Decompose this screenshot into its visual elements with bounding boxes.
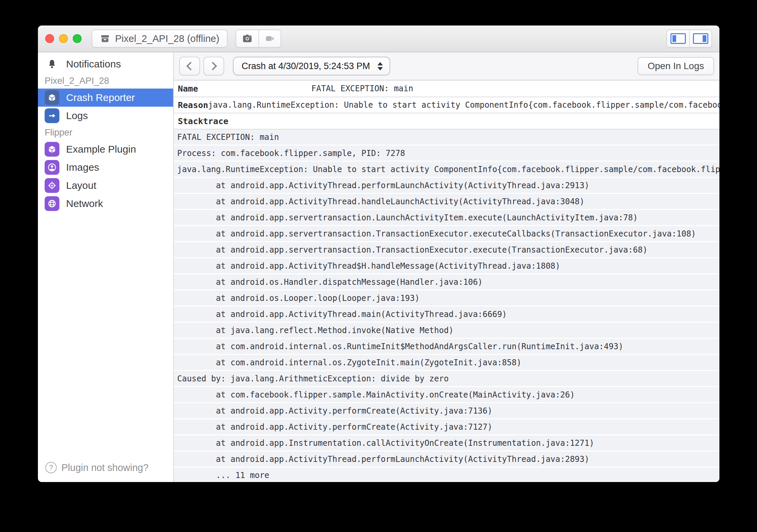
screen-record-button[interactable] — [258, 30, 281, 47]
chevron-left-icon — [186, 62, 195, 70]
flipper-window: Pixel_2_API_28 (offline) — [38, 25, 719, 482]
sidebar-item-label: Network — [66, 198, 103, 209]
crash-name-row[interactable]: Name FATAL EXCEPTION: main — [174, 81, 719, 97]
crash-reporter-panel: Crash at 4/30/2019, 5:24:53 PM Open In L… — [174, 52, 719, 482]
crash-toolbar: Crash at 4/30/2019, 5:24:53 PM Open In L… — [174, 52, 719, 81]
crash-selector-value: Crash at 4/30/2019, 5:24:53 PM — [242, 61, 370, 71]
crash-reason-value: java.lang.RuntimeException: Unable to st… — [208, 100, 719, 110]
sidebar-item-label: Crash Reporter — [66, 92, 135, 103]
sidebar-item-layout[interactable]: Layout — [38, 176, 173, 195]
stacktrace-line[interactable]: ... 11 more — [174, 468, 719, 482]
next-crash-button[interactable] — [203, 57, 224, 75]
stacktrace-line[interactable]: at com.facebook.flipper.sample.MainActiv… — [174, 387, 719, 402]
stacktrace-line[interactable]: at android.os.Handler.dispatchMessage(Ha… — [174, 274, 719, 289]
stacktrace-line[interactable]: at android.app.ActivityThread.handleLaun… — [174, 194, 719, 209]
stacktrace-line[interactable]: at android.app.Activity.performCreate(Ac… — [174, 419, 719, 434]
stacktrace-line[interactable]: Process: com.facebook.flipper.sample, PI… — [174, 146, 719, 161]
crash-reporter-cube-icon — [45, 90, 59, 105]
video-camera-icon — [264, 33, 275, 44]
sidebar-item-label: Notifications — [66, 58, 121, 70]
toggle-left-sidebar-icon — [670, 33, 686, 44]
titlebar: Pixel_2_API_28 (offline) — [38, 25, 719, 52]
open-in-logs-button[interactable]: Open In Logs — [638, 57, 714, 75]
capture-controls — [236, 30, 281, 48]
sidebar-item-example-plugin[interactable]: Example Plugin — [38, 140, 173, 158]
stacktrace-header-row: Stacktrace — [174, 113, 719, 129]
sidebar-item-network[interactable]: Network — [38, 195, 173, 213]
stacktrace-line[interactable]: FATAL EXCEPTION: main — [174, 129, 719, 145]
zoom-window-button[interactable] — [73, 34, 82, 43]
sidebar-item-notifications[interactable]: Notifications — [38, 55, 173, 73]
toggle-right-sidebar-button[interactable] — [689, 30, 711, 47]
chevron-right-icon — [208, 62, 217, 70]
select-spinner-icon — [377, 62, 383, 70]
stacktrace-line[interactable]: at android.app.servertransaction.LaunchA… — [174, 210, 719, 225]
sidebar-item-logs[interactable]: Logs — [38, 107, 173, 125]
user-circle-icon — [45, 160, 59, 175]
sidebar-item-label: Logs — [66, 110, 88, 121]
stacktrace-line[interactable]: at android.app.ActivityThread.performLau… — [174, 451, 719, 467]
pane-toggle-controls — [666, 30, 712, 48]
sidebar-item-images[interactable]: Images — [38, 158, 173, 176]
sidebar-section-flipper: Flipper — [38, 125, 173, 140]
device-selector-label: Pixel_2_API_28 (offline) — [115, 33, 219, 44]
sidebar-item-label: Example Plugin — [66, 144, 136, 155]
stacktrace-list: FATAL EXCEPTION: main Process: com.faceb… — [174, 129, 719, 482]
device-selector-button[interactable]: Pixel_2_API_28 (offline) — [92, 30, 228, 48]
sidebar-item-label: Layout — [66, 180, 96, 191]
previous-crash-button[interactable] — [179, 57, 200, 75]
crash-name-value: FATAL EXCEPTION: main — [311, 84, 413, 93]
stacktrace-line[interactable]: at android.app.servertransaction.Transac… — [174, 226, 719, 241]
sidebar-item-label: Images — [66, 162, 99, 173]
open-in-logs-label: Open In Logs — [648, 61, 704, 71]
plugin-sidebar: Notifications Pixel_2_API_28 Crash Repor… — [38, 52, 174, 482]
stacktrace-label: Stacktrace — [178, 116, 229, 126]
bell-icon — [45, 59, 59, 69]
crash-reason-label: Reason — [178, 100, 208, 110]
stacktrace-line[interactable]: java.lang.RuntimeException: Unable to st… — [174, 162, 719, 177]
target-icon — [45, 178, 59, 193]
stacktrace-line[interactable]: at android.app.ActivityThread.performLau… — [174, 178, 719, 193]
stacktrace-line[interactable]: Caused by: java.lang.ArithmeticException… — [174, 371, 719, 386]
globe-icon — [45, 196, 59, 211]
screenshot-button[interactable] — [236, 30, 258, 47]
toggle-left-sidebar-button[interactable] — [667, 30, 689, 47]
stacktrace-line[interactable]: at android.app.Activity.performCreate(Ac… — [174, 403, 719, 418]
crash-reason-row[interactable]: Reason java.lang.RuntimeException: Unabl… — [174, 97, 719, 113]
arrow-right-icon — [45, 108, 59, 123]
stacktrace-line[interactable]: at android.app.servertransaction.Transac… — [174, 242, 719, 257]
plugin-help-label: Plugin not showing? — [61, 462, 149, 473]
minimize-window-button[interactable] — [59, 34, 68, 43]
question-circle-icon: ? — [45, 462, 57, 473]
stacktrace-line[interactable]: at com.android.internal.os.RuntimeInit$M… — [174, 339, 719, 354]
stacktrace-line[interactable]: at android.app.ActivityThread.main(Activ… — [174, 307, 719, 322]
close-window-button[interactable] — [45, 34, 54, 43]
example-plugin-cube-icon — [45, 142, 59, 157]
camera-icon — [242, 33, 253, 44]
toggle-right-sidebar-icon — [693, 33, 708, 44]
crash-name-label: Name — [178, 84, 311, 94]
crash-selector-dropdown[interactable]: Crash at 4/30/2019, 5:24:53 PM — [233, 57, 390, 75]
sidebar-item-crash-reporter[interactable]: Crash Reporter — [38, 89, 173, 107]
plugin-help-link[interactable]: ? Plugin not showing? — [38, 462, 173, 482]
archive-box-icon — [100, 33, 110, 44]
sidebar-section-device: Pixel_2_API_28 — [38, 73, 173, 89]
stacktrace-line[interactable]: at com.android.internal.os.ZygoteInit.ma… — [174, 355, 719, 370]
stacktrace-line[interactable]: at android.app.Instrumentation.callActiv… — [174, 435, 719, 450]
traffic-lights — [45, 34, 86, 43]
stacktrace-line[interactable]: at android.os.Looper.loop(Looper.java:19… — [174, 290, 719, 306]
stacktrace-line[interactable]: at android.app.ActivityThread$H.handleMe… — [174, 258, 719, 273]
stacktrace-line[interactable]: at java.lang.reflect.Method.invoke(Nativ… — [174, 323, 719, 338]
